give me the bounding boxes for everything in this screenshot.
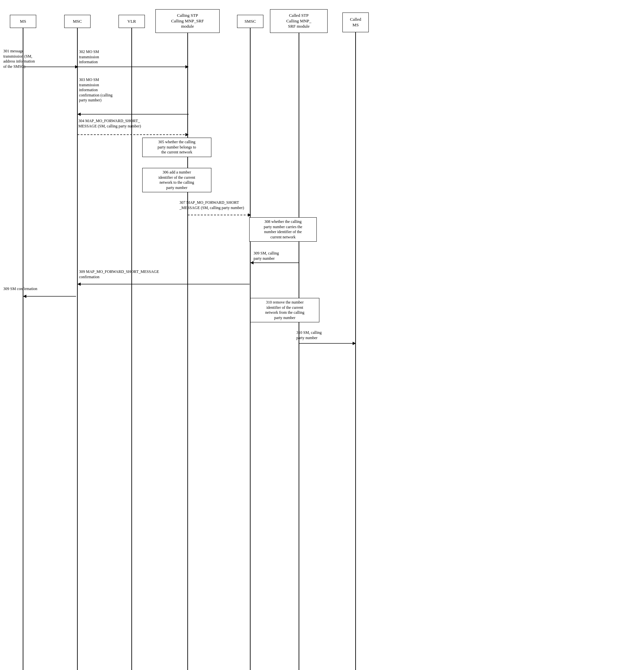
label-302: 302 MO SMtransmissioninformation: [79, 49, 125, 65]
svg-marker-3: [185, 65, 189, 68]
svg-marker-9: [248, 213, 251, 217]
svg-marker-13: [77, 282, 81, 286]
arrow-309-sm: [250, 261, 300, 265]
lifeline-ms: [23, 28, 23, 670]
entity-msc: MSC: [64, 15, 91, 28]
box-305: 305 whether the callingparty number belo…: [142, 138, 211, 157]
lifeline-smsc: [250, 28, 251, 670]
arrow-301: [23, 65, 77, 69]
svg-marker-15: [23, 295, 26, 298]
label-309-conf: 309 SM confirmation: [3, 286, 61, 292]
entity-calling-stp: Calling STPCalling MNP_SRFmodule: [156, 9, 219, 33]
svg-marker-11: [250, 261, 254, 264]
arrow-303: [77, 112, 189, 117]
svg-marker-5: [77, 112, 81, 116]
label-303: 303 MO SMtransmissioninformationconfirma…: [79, 77, 132, 103]
lifeline-called-ms: [355, 32, 356, 670]
label-309-sm: 309 SM, callingparty number: [254, 251, 301, 261]
entity-smsc: SMSC: [237, 15, 264, 28]
label-304: 304 MAP_MO_FORWARD_SHORT_MESSAGE (SM, ca…: [78, 119, 190, 129]
box-310: 310 remove the numberidentifier of the c…: [250, 298, 319, 322]
label-309-map: 309 MAP_MO_FORWARD_SHORT_MESSAGEconfirma…: [79, 269, 211, 280]
arrow-309-map: [77, 282, 252, 286]
arrow-304: [77, 133, 189, 137]
arrow-307: [188, 213, 252, 217]
svg-marker-7: [185, 133, 189, 136]
arrow-302: [77, 65, 189, 69]
sequence-diagram: MS MSC VLR Calling STPCalling MNP_SRFmod…: [0, 0, 644, 670]
svg-marker-17: [353, 342, 356, 345]
arrow-309-conf: [23, 295, 78, 299]
entity-called-stp: Called STPCalling MNP_SRF module: [270, 9, 327, 33]
entity-ms: MS: [10, 15, 36, 28]
entity-called-ms: CalledMS: [343, 13, 369, 32]
lifeline-msc: [77, 28, 78, 670]
box-308: 308 whether the callingparty number carr…: [249, 217, 317, 242]
label-310-sm: 310 SM, callingparty number: [296, 330, 351, 340]
arrow-310-sm: [299, 342, 357, 346]
entity-vlr: VLR: [119, 15, 145, 28]
box-306: 306 add a numberidentifier of the curren…: [142, 168, 211, 192]
lifeline-called-stp: [299, 33, 299, 670]
label-307: 307 MAP_MO_FORWARD_SHORT_MESSAGE (SM, ca…: [179, 200, 305, 210]
